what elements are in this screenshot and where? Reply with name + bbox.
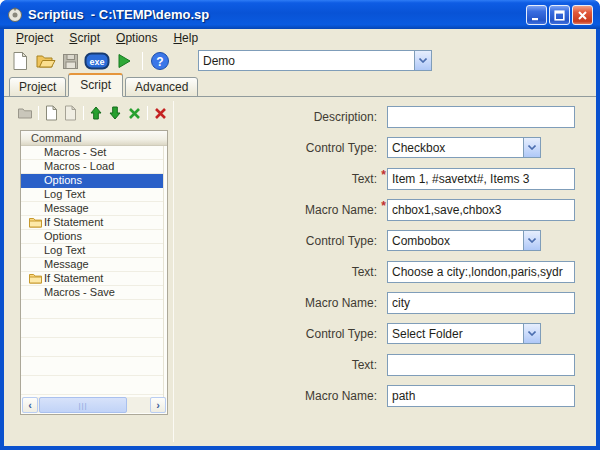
save-file-icon	[61, 52, 80, 71]
run-icon	[115, 52, 133, 70]
build-exe-icon: exe	[84, 51, 110, 71]
macro-name-label: Macro Name:*	[240, 199, 377, 221]
list-item[interactable]: If Statement	[21, 272, 163, 286]
list-item[interactable]: Log Text	[21, 244, 163, 258]
list-item[interactable]: Message	[21, 202, 163, 216]
control-type-select-3[interactable]: Select Folder	[387, 323, 541, 344]
column-divider	[163, 146, 164, 397]
help-button[interactable]: ?	[148, 49, 172, 73]
command-list: Command Macros - Set Macros - Load Optio…	[20, 130, 168, 415]
script-tab-page: Command Macros - Set Macros - Load Optio…	[4, 97, 596, 446]
form-row-control-type-2: Control Type: Combobox	[240, 230, 575, 252]
control-type-select-2[interactable]: Combobox	[387, 230, 541, 251]
maximize-button[interactable]	[549, 5, 570, 25]
folder-icon	[29, 217, 42, 228]
copy-command-icon	[63, 105, 77, 121]
form-row-macro-name-2: Macro Name:	[240, 292, 575, 314]
chevron-down-icon[interactable]	[523, 231, 540, 250]
menu-script[interactable]: Script	[61, 29, 108, 47]
open-file-button[interactable]	[33, 49, 57, 73]
script-selector[interactable]: Demo	[198, 50, 432, 71]
run-script-button[interactable]	[112, 49, 136, 73]
new-command-icon	[44, 105, 58, 121]
remove-command-button[interactable]	[125, 104, 143, 122]
folder-button[interactable]	[16, 104, 34, 122]
delete-all-button[interactable]	[151, 104, 169, 122]
list-item[interactable]: Macros - Save	[21, 286, 163, 300]
menu-help[interactable]: Help	[165, 29, 206, 47]
app-window: Scriptius - C:\TEMP\demo.sp Project Scri…	[0, 0, 600, 450]
scroll-right-arrow[interactable]: ›	[150, 397, 166, 413]
form-row-macro-name-3: Macro Name:	[240, 385, 575, 407]
form-row-control-type-3: Control Type: Select Folder	[240, 323, 575, 345]
macro-name-label: Macro Name:	[240, 385, 377, 407]
form-row-macro-name-1: Macro Name:*	[240, 199, 575, 221]
new-command-button[interactable]	[42, 104, 60, 122]
description-input[interactable]	[387, 106, 575, 128]
minimize-button[interactable]	[526, 5, 547, 25]
scrollbar-thumb[interactable]: |||	[39, 397, 127, 413]
remove-command-icon	[128, 107, 141, 120]
empty-row	[21, 357, 163, 376]
horizontal-scrollbar[interactable]: ‹ ||| ›	[22, 397, 166, 413]
form-row-description: Description:	[240, 106, 575, 128]
help-icon: ?	[150, 51, 170, 71]
macro-name-input-2[interactable]	[387, 292, 575, 314]
list-item-selected[interactable]: Options	[21, 174, 163, 188]
new-file-button[interactable]	[8, 49, 32, 73]
build-exe-button[interactable]: exe	[83, 49, 111, 73]
client-area: Project Script Options Help	[4, 29, 596, 446]
chevron-down-icon[interactable]	[414, 51, 431, 70]
text-input-1[interactable]	[387, 168, 575, 190]
command-properties-form: Description: Control Type: Checkbox Text…	[240, 106, 575, 416]
control-type-label: Control Type:	[240, 137, 377, 159]
required-mark: *	[381, 195, 386, 217]
form-row-control-type-1: Control Type: Checkbox	[240, 137, 575, 159]
tab-project[interactable]: Project	[9, 77, 66, 97]
move-up-button[interactable]	[87, 104, 105, 122]
new-file-icon	[10, 51, 30, 71]
menu-options[interactable]: Options	[108, 29, 165, 47]
copy-command-button[interactable]	[61, 104, 79, 122]
macro-name-input-3[interactable]	[387, 385, 575, 407]
control-type-label: Control Type:	[240, 323, 377, 345]
list-item[interactable]: Options	[21, 230, 163, 244]
close-button[interactable]	[572, 5, 593, 25]
main-toolbar: exe ? Demo	[4, 47, 596, 75]
chevron-down-icon[interactable]	[523, 324, 540, 343]
toolbar-separator	[38, 106, 39, 120]
list-item[interactable]: Macros - Set	[21, 146, 163, 160]
svg-text:exe: exe	[89, 57, 104, 67]
list-item[interactable]: If Statement	[21, 216, 163, 230]
title-bar[interactable]: Scriptius - C:\TEMP\demo.sp	[0, 0, 600, 29]
close-icon	[577, 10, 588, 21]
list-item[interactable]: Macros - Load	[21, 160, 163, 174]
toolbar-separator	[142, 52, 143, 70]
list-item[interactable]: Log Text	[21, 188, 163, 202]
text-label: Text:*	[240, 168, 377, 190]
text-input-2[interactable]	[387, 261, 575, 283]
move-down-button[interactable]	[106, 104, 124, 122]
text-input-3[interactable]	[387, 354, 575, 376]
delete-all-icon	[154, 107, 167, 120]
form-row-text-1: Text:*	[240, 168, 575, 190]
chevron-down-icon[interactable]	[523, 138, 540, 157]
empty-row	[21, 338, 163, 357]
form-row-text-2: Text:	[240, 261, 575, 283]
form-row-text-3: Text:	[240, 354, 575, 376]
toolbar-separator	[83, 106, 84, 120]
empty-row	[21, 319, 163, 338]
control-type-select-1[interactable]: Checkbox	[387, 137, 541, 158]
menu-project[interactable]: Project	[8, 29, 61, 47]
tab-script[interactable]: Script	[68, 73, 123, 97]
panel-splitter[interactable]	[173, 101, 174, 442]
tab-advanced[interactable]: Advanced	[125, 77, 198, 97]
list-item[interactable]: Message	[21, 258, 163, 272]
save-file-button[interactable]	[58, 49, 82, 73]
command-column-header[interactable]: Command	[21, 131, 167, 146]
menu-bar: Project Script Options Help	[4, 29, 596, 47]
required-mark: *	[381, 164, 386, 186]
macro-name-input-1[interactable]	[387, 199, 575, 221]
script-selector-value: Demo	[199, 54, 414, 68]
scroll-left-arrow[interactable]: ‹	[22, 397, 38, 413]
